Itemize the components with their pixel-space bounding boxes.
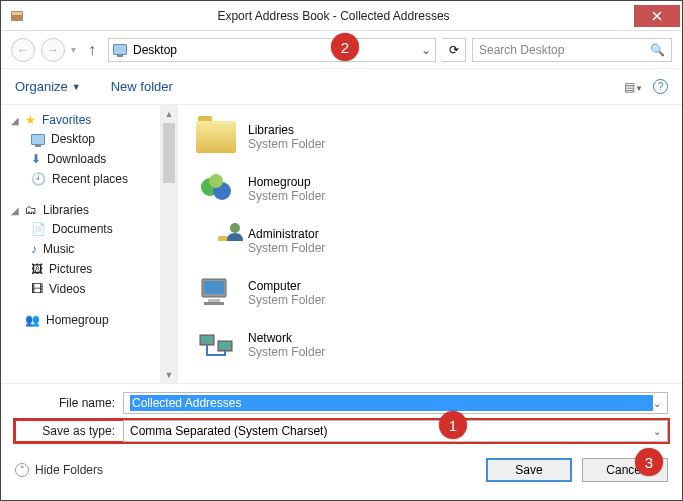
chevron-down-icon[interactable]: ⌄ — [653, 426, 661, 437]
music-icon: ♪ — [31, 242, 37, 256]
address-location: Desktop — [133, 43, 177, 57]
homegroup-icon: 👥 — [25, 313, 40, 327]
sidebar-item-recent[interactable]: 🕘Recent places — [1, 169, 160, 189]
chevron-down-icon[interactable]: ⌄ — [653, 398, 661, 409]
close-icon — [652, 11, 662, 21]
libraries-group[interactable]: ◢🗂Libraries — [1, 199, 160, 219]
sidebar-scrollbar[interactable]: ▲ ▼ — [161, 105, 178, 383]
documents-icon: 📄 — [31, 222, 46, 236]
svg-rect-7 — [204, 281, 224, 294]
list-item[interactable]: HomegroupSystem Folder — [188, 163, 672, 215]
svg-rect-8 — [208, 299, 220, 302]
scroll-up-icon[interactable]: ▲ — [161, 105, 177, 122]
recent-dropdown-icon[interactable]: ▾ — [71, 44, 76, 55]
save-form: File name: Collected Addresses ⌄ Save as… — [1, 383, 682, 442]
address-bar[interactable]: Desktop ⌄ — [108, 38, 436, 62]
back-button[interactable]: ← — [11, 38, 35, 62]
sidebar-item-music[interactable]: ♪Music — [1, 239, 160, 259]
view-options-icon[interactable]: ▤▼ — [624, 80, 643, 94]
list-item[interactable]: NetworkSystem Folder — [188, 319, 672, 371]
scroll-down-icon[interactable]: ▼ — [161, 366, 177, 383]
chevron-down-icon[interactable]: ⌄ — [421, 43, 431, 57]
libraries-icon — [196, 121, 236, 153]
sidebar-item-pictures[interactable]: 🖼Pictures — [1, 259, 160, 279]
list-item[interactable]: AdministratorSystem Folder — [188, 215, 672, 267]
file-list[interactable]: LibrariesSystem Folder HomegroupSystem F… — [178, 105, 682, 383]
chevron-down-icon: ◢ — [11, 205, 19, 216]
favorites-group[interactable]: ◢★Favorites — [1, 109, 160, 129]
navigation-tree: ◢★Favorites Desktop ⬇Downloads 🕘Recent p… — [1, 105, 161, 383]
list-item[interactable]: LibrariesSystem Folder — [188, 111, 672, 163]
annotation-2: 2 — [331, 33, 359, 61]
pictures-icon: 🖼 — [31, 262, 43, 276]
save-type-dropdown[interactable]: Comma Separated (System Charset) ⌄ — [123, 420, 668, 442]
sidebar-item-documents[interactable]: 📄Documents — [1, 219, 160, 239]
homegroup-group[interactable]: ▸👥Homegroup — [1, 309, 160, 329]
homegroup-icon — [196, 169, 236, 209]
search-placeholder: Search Desktop — [479, 43, 650, 57]
sidebar-item-videos[interactable]: 🎞Videos — [1, 279, 160, 299]
sidebar-item-desktop[interactable]: Desktop — [1, 129, 160, 149]
file-name-input[interactable]: Collected Addresses ⌄ — [123, 392, 668, 414]
title-bar: Export Address Book - Collected Addresse… — [1, 1, 682, 31]
chevron-down-icon: ◢ — [11, 115, 19, 126]
svg-point-5 — [230, 223, 240, 233]
svg-point-4 — [209, 174, 223, 188]
svg-rect-11 — [201, 336, 213, 343]
chevron-up-icon: ˄ — [15, 463, 29, 477]
downloads-icon: ⬇ — [31, 152, 41, 166]
chevron-down-icon: ▼ — [72, 82, 81, 92]
videos-icon: 🎞 — [31, 282, 43, 296]
close-button[interactable] — [634, 5, 680, 27]
desktop-icon — [113, 44, 127, 55]
hide-folders-button[interactable]: ˄ Hide Folders — [15, 463, 103, 477]
svg-rect-1 — [12, 12, 22, 15]
svg-rect-13 — [219, 342, 231, 349]
organize-menu[interactable]: Organize▼ — [15, 79, 81, 94]
new-folder-button[interactable]: New folder — [111, 79, 173, 94]
annotation-1: 1 — [439, 411, 467, 439]
star-icon: ★ — [25, 113, 36, 127]
desktop-icon — [31, 134, 45, 145]
scroll-thumb[interactable] — [163, 123, 175, 183]
help-icon[interactable]: ? — [653, 79, 668, 94]
list-item[interactable]: ComputerSystem Folder — [188, 267, 672, 319]
save-button[interactable]: Save — [486, 458, 572, 482]
command-bar: Organize▼ New folder ▤▼ ? — [1, 69, 682, 105]
network-icon — [196, 325, 236, 365]
up-button[interactable]: ↑ — [82, 39, 102, 61]
file-name-label: File name: — [15, 396, 115, 410]
chevron-right-icon: ▸ — [11, 315, 19, 326]
refresh-button[interactable]: ⟳ — [442, 38, 466, 62]
window-title: Export Address Book - Collected Addresse… — [33, 9, 634, 23]
recent-icon: 🕘 — [31, 172, 46, 186]
sidebar-item-downloads[interactable]: ⬇Downloads — [1, 149, 160, 169]
computer-icon — [196, 273, 236, 313]
forward-button[interactable]: → — [41, 38, 65, 62]
annotation-3: 3 — [635, 448, 663, 476]
save-type-row-highlight: Save as type: Comma Separated (System Ch… — [15, 420, 668, 442]
libraries-icon: 🗂 — [25, 203, 37, 217]
app-icon — [9, 8, 25, 24]
search-icon: 🔍 — [650, 43, 665, 57]
svg-rect-9 — [204, 302, 224, 305]
save-type-label: Save as type: — [15, 424, 115, 438]
search-input[interactable]: Search Desktop 🔍 — [472, 38, 672, 62]
dialog-footer: ˄ Hide Folders Save Cancel — [1, 448, 682, 496]
